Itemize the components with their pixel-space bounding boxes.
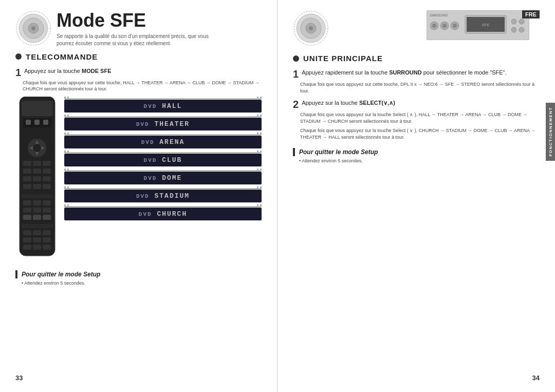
svg-rect-27 (33, 184, 41, 189)
fre-badge: FRE (522, 10, 540, 18)
right-step2-label: Appuyez sur la touche (302, 100, 359, 106)
right-header: SAMSUNG SFE (293, 10, 540, 46)
mode-church-block: DVD CHURCH (64, 204, 262, 220)
remote-area: DVD HALL DVD THEATER (15, 97, 262, 263)
svg-rect-10 (43, 120, 48, 125)
section-title-telecommande: TELECOMMANDE (26, 52, 98, 61)
left-page: Mode SFE Se rapporte à la qualité du son… (0, 0, 278, 392)
mode-button-dome: DVD DOME (64, 172, 262, 184)
svg-text:SFE: SFE (482, 23, 490, 27)
svg-rect-45 (43, 237, 51, 242)
hall-line (64, 99, 262, 99)
title-area: Mode SFE Se rapporte à la qualité du son… (57, 10, 262, 47)
svg-rect-8 (26, 120, 31, 125)
right-step1-bold: SURROUND (389, 69, 422, 76)
svg-rect-42 (43, 230, 51, 235)
svg-rect-37 (33, 215, 41, 220)
svg-point-4 (31, 26, 35, 30)
right-page: FRE SAMSUNG (278, 0, 555, 392)
section-header-telecommande: TELECOMMANDE (15, 52, 262, 61)
fonctionnement-tab: FONCTIONNEMENT (546, 103, 555, 161)
right-step2-bullet2: Chaque fois que vous appuyez sur la touc… (300, 127, 540, 140)
speaker-icon-right (293, 10, 329, 46)
section-bullet (15, 53, 22, 60)
right-pour-quitter-text: • Attendez environ 5 secondes. (299, 158, 540, 163)
svg-rect-28 (43, 184, 51, 189)
svg-point-66 (519, 19, 524, 24)
svg-rect-40 (23, 230, 31, 235)
svg-rect-47 (33, 245, 41, 250)
svg-rect-19 (43, 161, 51, 166)
mode-stadium-block: DVD STADIUM (64, 186, 262, 202)
section-bullet-unite (293, 55, 299, 62)
right-step2-text: 2 Appuyez sur la touche SELECT(∨,∧) (293, 99, 540, 109)
left-pour-quitter-text: • Attendez environ 5 secondes. (22, 281, 262, 286)
left-page-number: 33 (15, 374, 23, 382)
section-title-unite: UNITE PRINCIPALE (303, 54, 383, 63)
device-svg: SAMSUNG SFE (427, 10, 529, 40)
right-step2-number: 2 (293, 99, 299, 109)
svg-rect-31 (33, 200, 41, 206)
device-area: SAMSUNG SFE (334, 10, 540, 40)
svg-point-53 (309, 26, 313, 30)
svg-rect-24 (33, 176, 41, 181)
dome-label: DVD DOME (69, 174, 256, 182)
svg-rect-41 (33, 230, 41, 235)
page-title: Mode SFE (57, 10, 262, 31)
right-page-number: 34 (532, 374, 540, 382)
arena-label: DVD ARENA (69, 138, 256, 146)
svg-rect-30 (23, 200, 31, 206)
svg-rect-6 (22, 101, 53, 116)
step1-number: 1 (15, 67, 21, 78)
svg-rect-32 (43, 200, 51, 206)
right-step1-number: 1 (293, 69, 299, 79)
remote-image (15, 97, 59, 263)
right-step1-text: 1 Appuyez rapidement sur la touche SURRO… (293, 69, 540, 79)
mode-club-block: DVD CLUB (64, 151, 262, 166)
svg-rect-43 (23, 237, 31, 242)
mode-button-club: DVD CLUB (64, 154, 262, 166)
theater-label: DVD THEATER (69, 120, 256, 128)
mode-arena-block: DVD ARENA (64, 133, 262, 148)
svg-point-61 (453, 24, 457, 28)
svg-rect-9 (34, 120, 40, 125)
right-step1-bullet: Chaque fois que vous appuyez sur cette t… (300, 81, 540, 94)
svg-point-57 (432, 24, 436, 28)
fonctionnement-label: FONCTIONNEMENT (548, 107, 553, 157)
left-pour-quitter-title: Pour quitter le mode Setup (22, 271, 100, 278)
svg-rect-21 (33, 169, 41, 174)
svg-point-68 (519, 27, 524, 32)
mode-button-theater: DVD THEATER (64, 118, 262, 130)
pour-quitter-bar-left (15, 270, 17, 278)
page-subtitle: Se rapporte à la qualité du son d'un emp… (57, 33, 211, 47)
hall-label: DVD HALL (69, 102, 256, 110)
step1-text: 1 Appuyez sur la touche MODE SFE (15, 67, 262, 78)
svg-point-65 (511, 19, 516, 24)
svg-point-16 (33, 144, 41, 152)
mode-dome-block: DVD DOME (64, 169, 262, 184)
pour-quitter-bar-right (293, 148, 295, 156)
right-pour-quitter: Pour quitter le mode Setup • Attendez en… (293, 148, 540, 163)
svg-rect-17 (23, 161, 31, 166)
svg-rect-25 (43, 176, 51, 181)
right-step1-after: pour sélectionner le mode "SFE". (422, 69, 507, 76)
svg-point-59 (442, 24, 447, 28)
right-pour-quitter-title: Pour quitter le mode Setup (299, 148, 378, 156)
left-pour-quitter-header: Pour quitter le mode Setup (15, 270, 262, 278)
svg-rect-23 (23, 176, 31, 181)
step1-bullet: Chaque fois que vous appuyez sur cette t… (23, 80, 262, 92)
left-header: Mode SFE Se rapporte à la qualité du son… (15, 10, 262, 47)
svg-rect-34 (33, 208, 41, 213)
svg-rect-38 (43, 215, 51, 220)
svg-rect-44 (33, 237, 41, 242)
mode-hall-block: DVD HALL (64, 97, 262, 113)
right-step2-bullet1: Chaque fois que vous appuyez sur la touc… (300, 111, 540, 124)
mode-button-arena: DVD ARENA (64, 136, 262, 148)
svg-rect-39 (22, 224, 53, 228)
mode-button-stadium: DVD STADIUM (64, 190, 262, 202)
right-pour-quitter-header: Pour quitter le mode Setup (293, 148, 540, 156)
svg-text:SAMSUNG: SAMSUNG (430, 13, 448, 17)
speaker-icon-left (15, 10, 51, 46)
svg-rect-36 (23, 215, 31, 220)
hall-top-dots (64, 97, 262, 98)
